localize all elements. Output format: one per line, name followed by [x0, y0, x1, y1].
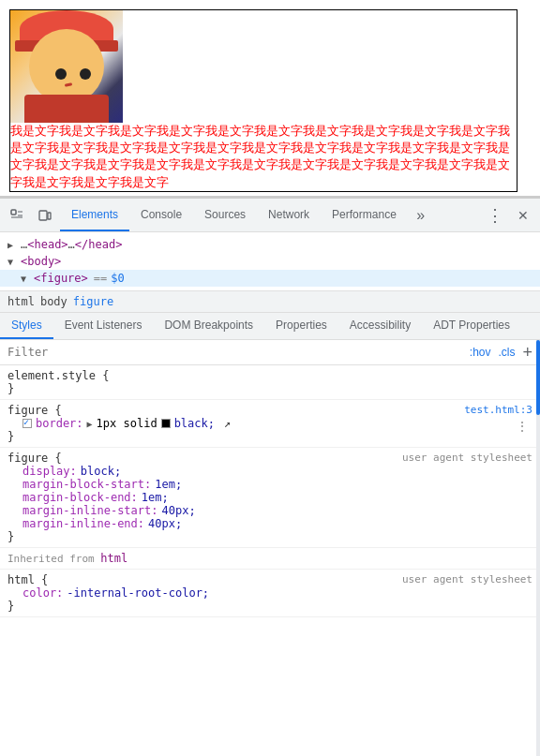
svg-rect-1	[39, 211, 47, 220]
device-toolbar-button[interactable]	[32, 202, 58, 229]
tab-performance[interactable]: Performance	[321, 199, 408, 231]
mbs-name: margin-block-start:	[22, 478, 151, 491]
figure-selector: figure {	[8, 404, 62, 417]
margin-block-end-line: margin-block-end: 1em;	[8, 491, 532, 504]
breadcrumb-body[interactable]: body	[40, 295, 68, 308]
add-style-rule-button[interactable]: +	[522, 344, 532, 361]
html-selector-ua: html {	[8, 573, 48, 586]
filter-input[interactable]	[8, 346, 466, 359]
border-property-name: border:	[36, 417, 83, 430]
scrollbar-thumb	[536, 340, 540, 415]
css-selector: element.style {	[8, 369, 109, 382]
face	[29, 29, 104, 104]
inherited-label: Inherited from	[8, 553, 100, 565]
display-value: block;	[81, 465, 121, 478]
mis-value: 40px;	[162, 504, 196, 517]
scrollbar-track	[536, 340, 540, 756]
display-name: display:	[22, 465, 77, 478]
mbe-value: 1em;	[142, 491, 169, 504]
figure-element: 我是文字我是文字我是文字我是文字我是文字我是文字我是文字我是文字我是文字我是文字…	[9, 9, 518, 192]
filter-hov-button[interactable]: :hov	[470, 346, 491, 359]
breadcrumb-figure[interactable]: figure	[73, 295, 113, 308]
sub-tab-dom-breakpoints[interactable]: DOM Breakpoints	[153, 313, 264, 339]
svg-rect-0	[11, 210, 16, 215]
css-origin-ua: user agent stylesheet	[402, 452, 532, 465]
tree-line-head[interactable]: ▶ … <head> … </head>	[0, 236, 540, 253]
color-property-line: color: -internal-root-color;	[8, 586, 532, 600]
filter-bar: :hov .cls +	[0, 340, 540, 365]
tree-arrow-figure: ▼	[21, 274, 34, 284]
breadcrumb: html body figure	[0, 291, 540, 313]
left-eye	[55, 68, 67, 80]
mie-name: margin-inline-end:	[22, 517, 144, 530]
color-value: -internal-root-color;	[67, 586, 209, 600]
tree-line-body[interactable]: ▼ <body>	[0, 253, 540, 270]
svg-rect-2	[48, 213, 51, 219]
devtools-panel: Elements Console Sources Network Perform…	[0, 197, 540, 756]
css-origin-link[interactable]: test.html:3	[464, 404, 532, 417]
tree-arrow-body: ▼	[8, 257, 21, 267]
styles-panel[interactable]: element.style { } figure { test.html:3	[0, 365, 540, 756]
more-tabs-button[interactable]: »	[408, 202, 434, 229]
sub-tab-event-listeners[interactable]: Event Listeners	[53, 313, 154, 339]
mbe-name: margin-block-end:	[22, 491, 138, 504]
sub-tab-accessibility[interactable]: Accessibility	[338, 313, 422, 339]
border-property-line: border: ▶ 1px solid black; ↗ ⋮	[8, 417, 532, 430]
property-menu-button[interactable]: ⋮	[516, 419, 529, 434]
tree-line-figure[interactable]: ▼ <figure> == $0	[0, 270, 540, 287]
mbs-value: 1em;	[155, 478, 182, 491]
property-checkbox[interactable]	[22, 419, 32, 428]
devtools-tabs: Elements Console Sources Network Perform…	[60, 199, 480, 231]
border-value: black;	[174, 417, 215, 430]
devtools-toolbar: Elements Console Sources Network Perform…	[0, 199, 540, 232]
browser-viewport: 我是文字我是文字我是文字我是文字我是文字我是文字我是文字我是文字我是文字我是文字…	[0, 0, 540, 197]
margin-block-start-line: margin-block-start: 1em;	[8, 478, 532, 491]
figure-caption: 我是文字我是文字我是文字我是文字我是文字我是文字我是文字我是文字我是文字我是文字…	[10, 123, 517, 191]
figure-rule-ua: figure { user agent stylesheet display: …	[0, 448, 540, 548]
right-eye	[80, 68, 91, 80]
html-origin-ua: user agent stylesheet	[402, 573, 532, 586]
mis-name: margin-inline-start:	[22, 504, 158, 517]
inspect-element-button[interactable]	[4, 202, 30, 229]
figure-selector-ua: figure {	[8, 452, 62, 465]
display-property-line: display: block;	[8, 465, 532, 478]
html-rule-ua: html { user agent stylesheet color: -int…	[0, 570, 540, 617]
html-tree: ▶ … <head> … </head> ▼ <body> ▼ <figure>…	[0, 232, 540, 291]
eyes	[55, 68, 91, 80]
devtools-menu-button[interactable]: ⋮	[482, 202, 508, 229]
element-style-rule: element.style { }	[0, 365, 540, 400]
devtools-close-button[interactable]: ✕	[510, 202, 536, 229]
figure-rule-local: figure { test.html:3 border: ▶ 1px solid…	[0, 400, 540, 448]
sub-tab-properties[interactable]: Properties	[264, 313, 338, 339]
expand-border-arrow[interactable]: ▶	[87, 419, 93, 429]
tree-arrow-head: ▶	[8, 240, 21, 250]
cursor-pos: ↗	[224, 417, 231, 430]
color-swatch-black[interactable]	[161, 419, 171, 428]
color-name: color:	[22, 586, 63, 600]
breadcrumb-html[interactable]: html	[8, 295, 35, 308]
tab-sources[interactable]: Sources	[193, 199, 257, 231]
tab-network[interactable]: Network	[257, 199, 321, 231]
inherited-tag: html	[100, 552, 128, 565]
tab-console[interactable]: Console	[129, 199, 193, 231]
devtools-controls: ⋮ ✕	[482, 202, 536, 229]
filter-cls-button[interactable]: .cls	[498, 346, 515, 359]
mie-value: 40px;	[148, 517, 182, 530]
inherited-section: Inherited from html	[0, 548, 540, 570]
sub-tab-styles[interactable]: Styles	[0, 313, 53, 339]
sub-tab-adt-properties[interactable]: ADT Properties	[422, 313, 521, 339]
tab-elements[interactable]: Elements	[60, 199, 129, 231]
margin-inline-start-line: margin-inline-start: 40px;	[8, 504, 532, 517]
luffy-image	[10, 10, 123, 123]
margin-inline-end-line: margin-inline-end: 40px;	[8, 517, 532, 530]
sub-tabs: Styles Event Listeners DOM Breakpoints P…	[0, 313, 540, 340]
shirt	[24, 95, 109, 123]
